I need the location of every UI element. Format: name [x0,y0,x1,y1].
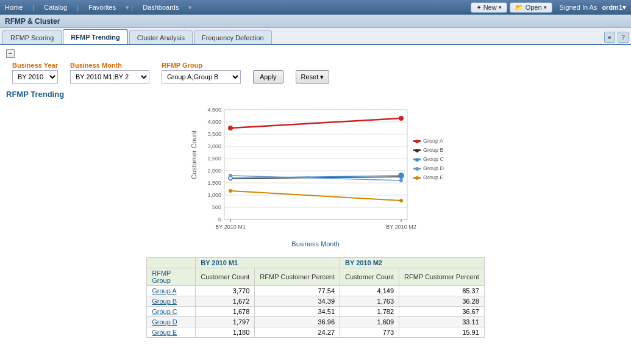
group-label[interactable]: Group E [147,327,196,338]
app-title-bar: RFMP & Cluster [0,15,631,28]
m2-pct: 33.11 [399,317,485,327]
table-row: Group E 1,180 24.27 773 15.91 [147,327,485,338]
data-table: BY 2010 M1 BY 2010 M2 RFMP Group Custome… [146,257,485,338]
reset-button[interactable]: Reset ▾ [296,70,330,84]
m2-pct: 36.28 [399,296,485,307]
rfmp-group-select[interactable]: Group A;Group B [162,70,241,84]
col4-header: RFMP Customer Percent [399,268,485,286]
period2-header: BY 2010 M2 [340,258,485,268]
group-col-header: RFMP Group [147,268,196,286]
x-axis-label: Business Month [188,240,444,248]
tabs-bar: RFMP Scoring RFMP Trending Cluster Analy… [0,28,631,45]
svg-point-27 [399,116,404,121]
m1-count: 1,672 [196,296,255,307]
m1-pct: 34.39 [255,296,340,307]
y-axis-label: Customer Count [190,130,198,179]
nav-home[interactable]: Home [5,4,23,12]
m1-pct: 36.96 [255,317,340,327]
new-button[interactable]: ✦ New ▾ [471,2,507,13]
svg-point-53 [415,167,419,171]
group-label[interactable]: Group C [147,307,196,317]
group-label[interactable]: Group D [147,317,196,327]
nav-favorites[interactable]: Favorites [88,4,116,12]
tab-cluster-analysis[interactable]: Cluster Analysis [129,30,193,44]
new-icon: ✦ [476,4,482,12]
business-month-label: Business Month [70,62,149,69]
svg-point-36 [399,179,403,182]
m2-count: 773 [340,327,399,338]
business-month-select[interactable]: BY 2010 M1;BY 2 [70,70,149,84]
m2-pct: 36.67 [399,307,485,317]
collapse-button[interactable]: − [6,49,15,58]
business-year-select[interactable]: BY 2010 [12,70,58,84]
m1-pct: 77.54 [255,286,340,296]
m1-pct: 34.51 [255,307,340,317]
settings-icon[interactable]: ≡ [604,32,615,43]
svg-point-50 [415,140,419,143]
table-row: Group B 1,672 34.39 1,763 36.28 [147,296,485,307]
svg-text:4,000: 4,000 [207,119,221,125]
open-button[interactable]: 📂 Open ▾ [510,2,552,13]
m2-count: 1,609 [340,317,399,327]
svg-text:4,500: 4,500 [207,107,221,113]
m2-count: 4,149 [340,286,399,296]
filter-row: Business Year BY 2010 Business Month BY … [6,62,625,84]
svg-point-39 [399,199,403,202]
section-title: RFMP Trending [6,90,625,99]
svg-point-33 [398,173,404,179]
line-chart: 4,500 4,000 3,500 3,000 2,500 2,000 1,50… [188,104,468,238]
rfmp-group-filter: RFMP Group Group A;Group B [162,62,241,84]
group-label[interactable]: Group B [147,296,196,307]
svg-point-26 [228,126,233,130]
main-content: − Business Year BY 2010 Business Month B… [0,45,631,364]
nav-right: ✦ New ▾ 📂 Open ▾ Signed In As ordm1▾ [471,2,626,13]
business-year-label: Business Year [12,62,58,69]
svg-text:Group E: Group E [423,174,444,180]
table-row: Group A 3,770 77.54 4,149 85.37 [147,286,485,296]
m2-pct: 85.37 [399,286,485,296]
nav-catalog[interactable]: Catalog [44,4,67,12]
folder-icon: 📂 [515,4,524,12]
col2-header: RFMP Customer Percent [255,268,340,286]
apply-button[interactable]: Apply [253,70,283,84]
table-row: Group D 1,797 36.96 1,609 33.11 [147,317,485,327]
col1-header: Customer Count [196,268,255,286]
svg-text:Group D: Group D [423,165,444,171]
chart-container: Customer Count 4,500 4,000 3,500 [6,104,625,248]
svg-point-38 [229,189,232,193]
group-label[interactable]: Group A [147,286,196,296]
m2-pct: 15.91 [399,327,485,338]
m1-count: 1,180 [196,327,255,338]
m2-count: 1,782 [340,307,399,317]
svg-text:0: 0 [218,216,221,223]
nav-links: Home | Catalog | Favorites ▾ | Dashboard… [5,4,192,12]
col3-header: Customer Count [340,268,399,286]
svg-text:BY 2010 M1: BY 2010 M1 [215,224,245,230]
nav-dashboards[interactable]: Dashboards [143,4,179,12]
tab-icons: ≡ ? [604,32,629,44]
svg-text:3,500: 3,500 [207,131,221,137]
business-month-filter: Business Month BY 2010 M1;BY 2 [70,62,149,84]
m1-count: 1,678 [196,307,255,317]
tab-frequency-defection[interactable]: Frequency Defection [194,30,272,44]
table-row: Group C 1,678 34.51 1,782 36.67 [147,307,485,317]
svg-text:500: 500 [212,204,221,210]
svg-text:1,000: 1,000 [207,192,221,198]
svg-text:Group B: Group B [423,147,444,153]
tab-rfmp-scoring[interactable]: RFMP Scoring [2,30,62,44]
business-year-filter: Business Year BY 2010 [12,62,58,84]
svg-text:2,000: 2,000 [207,168,221,174]
svg-text:1,500: 1,500 [207,180,221,186]
rfmp-group-label: RFMP Group [162,62,241,69]
svg-point-35 [229,174,232,177]
period1-header: BY 2010 M1 [196,258,340,268]
help-icon[interactable]: ? [618,32,629,43]
m1-pct: 24.27 [255,327,340,338]
svg-text:2,500: 2,500 [207,155,221,162]
tab-rfmp-trending[interactable]: RFMP Trending [63,29,127,44]
m2-count: 1,763 [340,296,399,307]
svg-text:BY 2010 M2: BY 2010 M2 [386,224,416,230]
app-title: RFMP & Cluster [5,17,60,26]
signed-in-label: Signed In As [560,4,597,11]
chart-wrap: Customer Count 4,500 4,000 3,500 [188,104,444,248]
